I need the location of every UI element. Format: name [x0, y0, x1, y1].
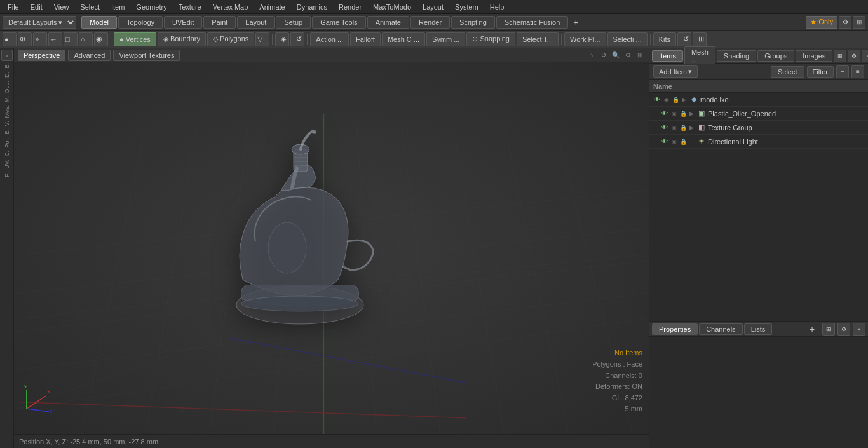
tab-setup[interactable]: Setup [276, 16, 311, 29]
vp-home-icon[interactable]: ⌂ [587, 50, 597, 60]
item-eye-light[interactable]: 👁 [660, 137, 670, 147]
sidebar-label-e[interactable]: E: [4, 128, 10, 136]
item-expand-texture[interactable]: ▶ [688, 124, 695, 132]
sidebar-label-pol[interactable]: Pol: [4, 137, 10, 149]
tab-render[interactable]: Render [410, 16, 450, 29]
items-minus-button[interactable]: − [836, 65, 849, 78]
menu-animate[interactable]: Animate [254, 2, 290, 12]
menu-help[interactable]: Help [485, 2, 510, 12]
rotate-tool[interactable]: ◉ [94, 32, 108, 46]
item-row-plastic-oiler[interactable]: 👁 ◉ 🔒 ▶ ▣ Plastic_Oiler_Opened [649, 107, 868, 121]
sidebar-label-m[interactable]: M: [4, 95, 10, 104]
menu-layout[interactable]: Layout [417, 2, 449, 12]
menu-geometry[interactable]: Geometry [131, 2, 172, 12]
item-expand-plastic[interactable]: ▶ [688, 110, 695, 118]
menu-dynamics[interactable]: Dynamics [292, 2, 332, 12]
item-row-texture-group[interactable]: 👁 ◉ 🔒 ▶ ◧ Texture Group [649, 121, 868, 135]
refresh-button[interactable]: ↺ [677, 32, 691, 46]
symmetry-button[interactable]: Symm ... [426, 32, 465, 46]
panel-tab-groups[interactable]: Groups [757, 50, 794, 62]
items-menu-button[interactable]: ≡ [851, 65, 864, 78]
items-select-button[interactable]: Select [771, 66, 804, 78]
tab-uvedit[interactable]: UVEdit [164, 16, 202, 29]
vp-rotate-icon[interactable]: ↺ [599, 50, 609, 60]
prop-add-button[interactable]: + [806, 323, 818, 336]
sidebar-collapse-btn[interactable]: ≡ [1, 50, 13, 61]
panel-expand-icon[interactable]: ⊞ [834, 50, 846, 62]
add-item-button[interactable]: Add Item ▾ [653, 65, 698, 78]
tab-topology[interactable]: Topology [118, 16, 163, 29]
sidebar-label-uv[interactable]: UV: [4, 158, 10, 170]
item-row-modo-lxo[interactable]: 👁 ◉ 🔒 ▶ ◆ modo.lxo [649, 93, 868, 107]
snap-icon-button[interactable]: ◈ [275, 32, 289, 46]
sidebar-label-d[interactable]: D: [4, 71, 10, 79]
sidebar-label-c[interactable]: C: [4, 149, 10, 158]
sidebar-label-mes[interactable]: Mes: [4, 104, 10, 119]
item-lock-light[interactable]: 🔒 [679, 137, 688, 147]
item-lock-texture[interactable]: 🔒 [679, 123, 688, 133]
sidebar-label-v[interactable]: V: [4, 119, 10, 127]
prop-expand-icon[interactable]: ⊞ [822, 323, 835, 336]
tab-layout[interactable]: Layout [237, 16, 275, 29]
menu-system[interactable]: System [450, 2, 484, 12]
prop-tab-properties[interactable]: Properties [652, 323, 698, 335]
transform-tool[interactable]: ⟡ [33, 32, 47, 46]
scale-tool[interactable]: ↔ [48, 32, 62, 46]
item-row-directional-light[interactable]: 👁 ◉ 🔒 ▶ ☀ Directional Light [649, 135, 868, 149]
viewport[interactable]: Perspective Advanced Viewport Textures ⌂… [14, 48, 649, 448]
item-eye-texture[interactable]: 👁 [660, 123, 670, 133]
prop-tab-lists[interactable]: Lists [744, 323, 773, 335]
boundary-button[interactable]: ◈ Boundary [158, 32, 206, 46]
panel-tab-mesh[interactable]: Mesh ... [684, 46, 715, 65]
polygons-button[interactable]: ◇ Polygons [207, 32, 254, 46]
mesh-button[interactable]: Mesh C ... [382, 32, 425, 46]
select-type-button[interactable]: Select T... [517, 32, 559, 46]
tab-scripting[interactable]: Scripting [451, 16, 495, 29]
layout-select[interactable]: Default Layouts ▾ [3, 16, 76, 29]
prop-tab-channels[interactable]: Channels [699, 323, 742, 335]
item-expand-light[interactable]: ▶ [688, 138, 695, 146]
grid-button[interactable]: ⊞ [693, 32, 707, 46]
item-lock-plastic[interactable]: 🔒 [679, 109, 688, 119]
falloff-button[interactable]: Falloff [350, 32, 381, 46]
item-extra-modo-lxo[interactable]: ◉ [662, 95, 671, 105]
add-layout-button[interactable]: + [569, 16, 582, 29]
add-tool[interactable]: ⊕ [18, 32, 32, 46]
work-plane-button[interactable]: Work Pl... [564, 32, 606, 46]
action-button[interactable]: Action ... [310, 32, 349, 46]
vp-expand-icon[interactable]: ⊞ [635, 50, 645, 60]
vertices-button[interactable]: ● Vertices [114, 32, 156, 46]
item-eye-plastic[interactable]: 👁 [660, 109, 670, 119]
menu-select[interactable]: Select [75, 2, 105, 12]
tab-game-tools[interactable]: Game Tools [312, 16, 366, 29]
vp-tab-advanced[interactable]: Advanced [68, 50, 111, 61]
items-filter-button[interactable]: Filter [807, 66, 834, 78]
panel-tab-items[interactable]: Items [652, 50, 683, 62]
box-tool[interactable]: □ [64, 32, 78, 46]
vp-tab-textures[interactable]: Viewport Textures [113, 50, 180, 61]
dropdown-button[interactable]: ▽ [255, 32, 269, 46]
panel-tab-images[interactable]: Images [796, 50, 832, 62]
sidebar-label-dup[interactable]: Dup: [4, 79, 10, 94]
sidebar-label-b[interactable]: B: [4, 62, 10, 70]
menu-item[interactable]: Item [106, 2, 130, 12]
prop-close-icon[interactable]: × [853, 323, 865, 336]
tab-schematic-fusion[interactable]: Schematic Fusion [496, 16, 568, 29]
menu-view[interactable]: View [49, 2, 74, 12]
maximize-icon[interactable]: ⊞ [853, 16, 865, 29]
settings-icon[interactable]: ⚙ [839, 16, 851, 29]
panel-close-icon[interactable]: × [862, 50, 868, 62]
select-tool[interactable]: ● [3, 32, 17, 46]
menu-texture[interactable]: Texture [173, 2, 207, 12]
panel-settings-icon[interactable]: ⚙ [848, 50, 860, 62]
undo-icon-button[interactable]: ↺ [290, 32, 304, 46]
sidebar-label-f[interactable]: F: [4, 171, 10, 179]
vp-zoom-icon[interactable]: 🔍 [611, 50, 621, 60]
menu-render[interactable]: Render [334, 2, 367, 12]
item-eye-modo-lxo[interactable]: 👁 [652, 95, 662, 105]
item-lock-modo-lxo[interactable]: 🔒 [671, 95, 680, 105]
item-extra-light[interactable]: ◉ [670, 137, 679, 147]
snapping-button[interactable]: ⊕ Snapping [466, 32, 515, 46]
item-extra-texture[interactable]: ◉ [670, 123, 679, 133]
panel-tab-shading[interactable]: Shading [717, 50, 756, 62]
